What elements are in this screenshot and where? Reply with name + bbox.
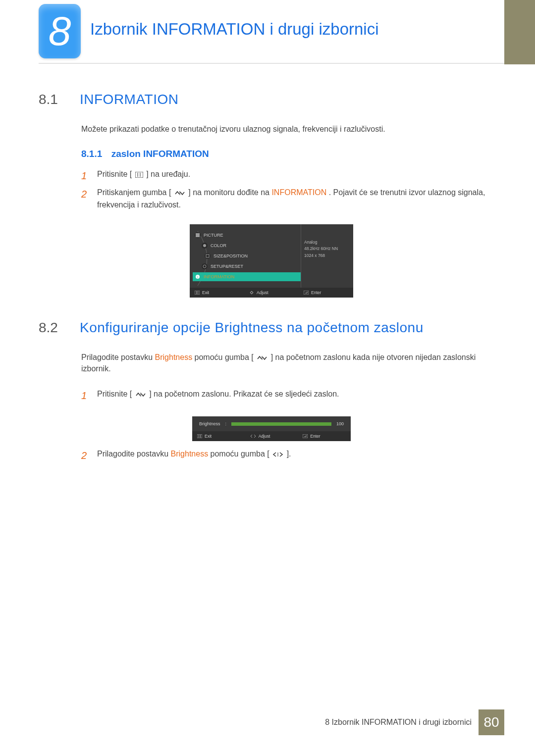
brightness-value: 100 bbox=[336, 421, 344, 426]
enter-icon bbox=[303, 434, 308, 438]
size-icon bbox=[205, 253, 211, 259]
svg-rect-13 bbox=[250, 291, 253, 294]
up-down-icon bbox=[135, 392, 146, 398]
left-right-icon bbox=[272, 452, 283, 457]
osd-enter: Enter bbox=[299, 288, 353, 298]
step-text: Pritisnite [ ] na početnom zaslonu. Prik… bbox=[97, 388, 339, 403]
menu-icon bbox=[195, 291, 200, 295]
step-text: Pritiskanjem gumba [ ] na monitoru dođit… bbox=[97, 187, 504, 211]
left-right-icon bbox=[250, 434, 256, 439]
chapter-number: 8 bbox=[49, 11, 71, 51]
page: 8 Izbornik INFORMATION i drugi izbornici… bbox=[0, 0, 535, 756]
osd-brightness: Brightness : 100 Exit Adjust Enter bbox=[39, 416, 504, 441]
chapter-title: Izbornik INFORMATION i drugi izbornici bbox=[90, 20, 379, 39]
osd-item-color: COLOR bbox=[200, 241, 301, 250]
section-intro: Možete prikazati podatke o trenutačnoj i… bbox=[81, 123, 504, 135]
osd-item-picture: PICTURE bbox=[193, 231, 301, 240]
menu-icon bbox=[197, 434, 202, 438]
divider bbox=[39, 63, 504, 64]
step-number: 1 bbox=[81, 168, 90, 184]
enter-icon bbox=[304, 291, 309, 295]
steps-8-2: 1 Pritisnite [ ] na početnom zaslonu. Pr… bbox=[81, 388, 504, 403]
steps-8-1-1: 1 Pritisnite [ ] na uređaju. 2 Pritiskan… bbox=[81, 168, 504, 211]
highlight: Brightness bbox=[155, 353, 193, 361]
step-2: 2 Prilagodite postavku Brightness pomoću… bbox=[81, 448, 504, 463]
subsection-8-1-1: 8.1.1 zaslon INFORMATION bbox=[81, 149, 504, 159]
svg-rect-0 bbox=[135, 172, 143, 178]
step-number: 2 bbox=[81, 448, 90, 463]
svg-point-7 bbox=[203, 265, 206, 268]
osd-exit: Exit bbox=[190, 288, 244, 298]
osd-item-information: iINFORMATION bbox=[193, 272, 301, 281]
section-8-1: 8.1 INFORMATION bbox=[39, 92, 504, 107]
step-1: 1 Pritisnite [ ] na početnom zaslonu. Pr… bbox=[81, 388, 504, 403]
brightness-label: Brightness bbox=[199, 421, 220, 426]
subsection-title: zaslon INFORMATION bbox=[111, 149, 209, 159]
osd-panel: Brightness : 100 Exit Adjust Enter bbox=[192, 416, 351, 441]
osd-footer: Exit Adjust Enter bbox=[190, 288, 353, 298]
picture-icon bbox=[195, 232, 201, 238]
page-footer: 8 Izbornik INFORMATION i drugi izbornici… bbox=[325, 709, 504, 735]
steps-8-2b: 2 Prilagodite postavku Brightness pomoću… bbox=[81, 448, 504, 463]
osd-footer: Exit Adjust Enter bbox=[192, 431, 351, 441]
section-8-2: 8.2 Konfiguriranje opcije Brightness na … bbox=[39, 320, 504, 336]
osd-screenshot: PICTURE COLOR SIZE&POSITION SETUP&RESET … bbox=[39, 224, 504, 298]
svg-rect-10 bbox=[195, 291, 200, 295]
osd-enter: Enter bbox=[298, 431, 351, 441]
osd-menu: PICTURE COLOR SIZE&POSITION SETUP&RESET … bbox=[190, 224, 301, 288]
osd-item-setup: SETUP&RESET bbox=[200, 262, 301, 271]
up-down-icon bbox=[174, 190, 185, 196]
page-number: 80 bbox=[479, 709, 504, 735]
highlight: INFORMATION bbox=[271, 188, 326, 197]
color-icon bbox=[202, 243, 208, 249]
step-text: Prilagodite postavku Brightness pomoću g… bbox=[97, 448, 291, 463]
osd-panel: PICTURE COLOR SIZE&POSITION SETUP&RESET … bbox=[190, 224, 353, 298]
section-number: 8.2 bbox=[39, 320, 71, 336]
brightness-bar bbox=[231, 422, 331, 426]
info-icon: i bbox=[195, 274, 201, 280]
step-2: 2 Pritiskanjem gumba [ ] na monitoru dođ… bbox=[81, 187, 504, 211]
up-down-icon bbox=[257, 355, 268, 361]
svg-rect-20 bbox=[303, 434, 308, 438]
step-number: 1 bbox=[81, 388, 90, 403]
chapter-badge: 8 bbox=[39, 4, 81, 58]
step-1: 1 Pritisnite [ ] na uređaju. bbox=[81, 168, 504, 184]
sidebar-accent bbox=[504, 0, 535, 64]
section-title: Konfiguriranje opcije Brightness na poče… bbox=[80, 320, 424, 336]
osd-exit: Exit bbox=[192, 431, 245, 441]
osd-adjust: Adjust bbox=[245, 431, 298, 441]
section-number: 8.1 bbox=[39, 92, 71, 107]
step-text: Pritisnite [ ] na uređaju. bbox=[97, 168, 190, 184]
svg-rect-14 bbox=[304, 291, 309, 295]
content: 8.1 INFORMATION Možete prikazati podatke… bbox=[39, 92, 504, 476]
menu-icon bbox=[135, 172, 143, 178]
section-title: INFORMATION bbox=[80, 92, 178, 107]
section-intro: Prilagodite postavku Brightness pomoću g… bbox=[81, 352, 504, 374]
svg-rect-6 bbox=[206, 254, 209, 257]
svg-rect-17 bbox=[197, 434, 202, 438]
osd-info-panel: Analog 48.2kHz 60Hz NN 1024 x 768 bbox=[301, 224, 353, 288]
osd-adjust: Adjust bbox=[244, 288, 299, 298]
subsection-number: 8.1.1 bbox=[81, 149, 102, 159]
footer-text: 8 Izbornik INFORMATION i drugi izbornici bbox=[325, 718, 479, 727]
svg-point-5 bbox=[203, 244, 206, 247]
step-number: 2 bbox=[81, 187, 90, 211]
osd-item-size: SIZE&POSITION bbox=[203, 252, 301, 260]
diamond-icon bbox=[249, 290, 254, 295]
svg-rect-4 bbox=[196, 233, 200, 237]
highlight: Brightness bbox=[171, 450, 209, 458]
setup-icon bbox=[202, 263, 208, 269]
